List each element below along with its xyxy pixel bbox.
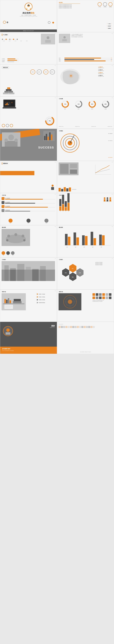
city-photo-svg <box>2 261 55 281</box>
map-items: 01 标题文字 相关描述文字内容 02 标题文字 相关描述文字内容 03 标题文… <box>98 66 112 77</box>
plan-bars: ① 计划一标题内容 ② 计划二标题内容 <box>2 197 56 212</box>
person-icon <box>26 4 31 10</box>
donut-labels: 相关描述文字内容 相关描述文字内容 相关描述文字内容 相关描述文字内容 <box>59 126 112 127</box>
timeline-labels: 2008年 2010年 2012年 2014年 2016年 <box>2 40 29 41</box>
photo-placeholder <box>41 34 55 44</box>
svg-point-76 <box>6 239 8 242</box>
orange-arrow <box>0 171 34 175</box>
svg-rect-103 <box>32 269 38 281</box>
books-photo <box>2 293 26 310</box>
svg-text:72%: 72% <box>64 104 66 105</box>
slide-14: 07 工作计划 Q1 Q2 Q3 <box>57 193 114 225</box>
svg-point-7 <box>64 36 66 38</box>
tech-svg <box>58 293 81 310</box>
deco-circle-2 <box>6 22 8 23</box>
svg-point-4 <box>28 4 30 6</box>
svg-rect-86 <box>82 235 85 245</box>
success-photo <box>2 132 20 146</box>
slide-6: 03 01 标题文字 相关描述文字内容 02 标题文字 <box>57 64 114 96</box>
svg-text:团队: 团队 <box>72 276 74 278</box>
slide-22: 岗位竞聘报告相关素材内容 <box>57 322 114 354</box>
slide-3: 02 个人简介 2008年 2010年 2012年 2014 <box>0 32 57 64</box>
svg-rect-120 <box>10 300 11 303</box>
svg-rect-53 <box>60 164 68 174</box>
donut-b: 61% <box>75 100 83 108</box>
ring-2 <box>103 2 107 6</box>
svg-text:80%: 80% <box>91 104 93 105</box>
training-list: 培训项目一内容描述 培训项目二内容描述 培训项目三内容描述 培训项目四内容描述 <box>37 293 56 304</box>
svg-rect-54 <box>70 164 77 168</box>
team-chart-svg: Q1 Q2 Q3 Q4 Q5 <box>59 230 112 248</box>
svg-rect-16 <box>5 104 6 105</box>
svg-rect-136 <box>6 332 10 335</box>
work-show-photo <box>2 261 55 281</box>
future-photo-icon <box>58 162 78 175</box>
slide-16: 08 团队管理 <box>57 225 114 257</box>
line-chart-svg <box>94 163 112 176</box>
pyramid: 战略 运营 执行 基础 <box>3 88 14 94</box>
work-title: 工作业绩 <box>59 98 63 100</box>
slide-20: 10 培训计划 <box>57 290 114 322</box>
person-photo-icon <box>44 36 52 43</box>
svg-point-5 <box>46 36 50 39</box>
svg-rect-91 <box>102 235 104 245</box>
svg-rect-2 <box>27 7 30 10</box>
svg-point-74 <box>22 234 24 238</box>
bar-chart-v: Q1 Q2 Q3 Q4 <box>59 198 70 212</box>
person-figures <box>103 197 112 205</box>
bullseye <box>60 132 80 155</box>
slide-18: 09 工作展示 核心 技能 经验 团队 <box>57 257 114 290</box>
people-figures-svg <box>103 197 112 205</box>
closing-watermark-text: 岗位竞聘报告 | 素材来源 | 仅供参考 <box>58 352 112 352</box>
profile-content: 职位相关文字内容描述职位相关文字内容 职位相关文字内容描述职位相关文字内容 职位… <box>59 4 80 9</box>
bracket-2: 〔 岗位职责 〕 <box>106 25 112 27</box>
description: Your collection fully here in through yo… <box>20 16 37 17</box>
skill-bars-2: 技能一 80% 技能二 65% 技能三 <box>59 58 112 61</box>
svg-point-75 <box>23 239 26 242</box>
small-rings <box>2 124 13 127</box>
svg-text:技能: 技能 <box>64 272 67 273</box>
closing-avatar <box>3 326 13 336</box>
slide-1: 岗位竞聘报告 主题人：姓名素材 竞聘岗位：产品经理 Your collectio… <box>0 0 57 32</box>
svg-rect-118 <box>6 300 8 303</box>
svg-rect-18 <box>7 103 8 105</box>
svg-point-10 <box>70 75 72 76</box>
svg-rect-100 <box>10 268 16 281</box>
svg-point-50 <box>52 185 54 186</box>
profile-box: 岗位简介 职位相关文字内容描述职位相关文字内容 职位相关文字内容描述职位相关文字… <box>59 2 80 9</box>
ring-1 <box>98 2 102 6</box>
donuts-row: 72% 指标一 61% 指标二 80% <box>58 100 112 109</box>
profile-title: 岗位简介 <box>59 2 80 4</box>
slide-9: SUCCESS <box>0 129 57 161</box>
team-photo-icon <box>2 132 20 146</box>
future-photo <box>58 162 78 175</box>
bottom-bars: 相关数据描述 <box>58 187 112 192</box>
timeline <box>2 39 18 40</box>
svg-rect-123 <box>4 305 13 309</box>
svg-rect-116 <box>3 303 24 304</box>
donut-d: 68% <box>102 100 110 108</box>
ring-3 <box>108 2 112 6</box>
svg-rect-6 <box>45 40 51 43</box>
deco-circle-4 <box>52 22 54 24</box>
svg-text:Q3: Q3 <box>84 246 85 248</box>
slide-8: 04 工作业绩 72% 指标一 61% <box>57 96 114 129</box>
donut-c: 80% <box>88 100 96 108</box>
tech-photo <box>58 293 81 310</box>
deco-circle-3 <box>48 21 50 24</box>
closing-sub: 相关文字内容描述相关文字内容描述 <box>2 350 14 351</box>
svg-rect-88 <box>91 232 93 245</box>
bar-2: 专业技能 <box>2 60 19 61</box>
section-label-3: 个人简介 <box>2 34 8 36</box>
svg-point-73 <box>14 233 17 236</box>
china-map <box>59 66 82 86</box>
svg-rect-84 <box>74 232 76 245</box>
bracket-1: 〔 个人简介 〕 <box>106 23 112 25</box>
svg-rect-19 <box>8 104 9 105</box>
slide-num-2: 01 <box>112 1 113 2</box>
circle-intro: 个人简介 <box>98 2 102 7</box>
main-title: 岗位竞聘报告 <box>20 12 37 14</box>
slide-7: 04 $ <box>0 96 57 129</box>
slide-19: 10 培训计划 <box>0 290 57 322</box>
hexagons-svg: 核心 技能 经验 团队 <box>59 262 88 284</box>
